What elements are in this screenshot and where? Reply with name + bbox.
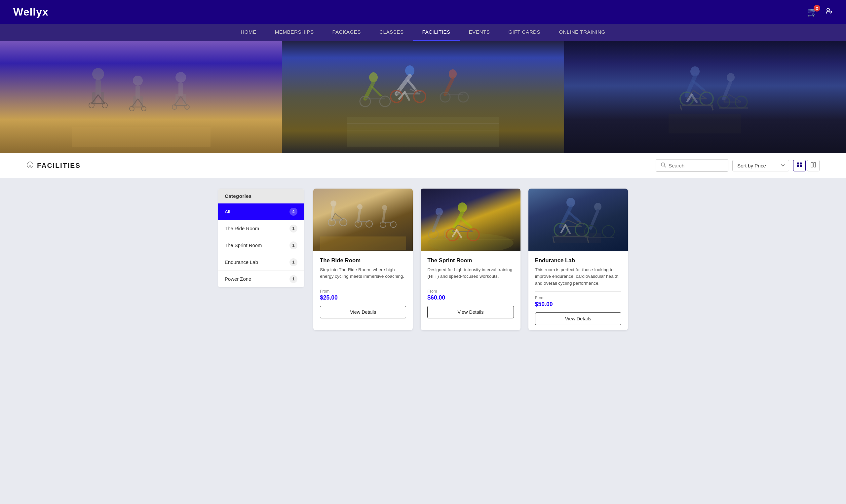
category-endurance-lab-label: Endurance Lab — [225, 259, 258, 265]
svg-line-61 — [680, 105, 682, 110]
svg-rect-83 — [800, 165, 802, 167]
card-desc-sprint-room: Designed for high-intensity interval tra… — [427, 267, 514, 280]
svg-line-131 — [553, 236, 554, 243]
category-endurance-lab-count: 1 — [289, 258, 297, 266]
categories-box: Categories All 4 The Ride Room 1 The Spr… — [218, 188, 304, 287]
sort-select[interactable]: Sort by Price Price: Low to High Price: … — [732, 160, 789, 172]
svg-rect-3 — [95, 80, 101, 95]
card-title-endurance-lab: Endurance Lab — [535, 257, 621, 264]
category-ride-room[interactable]: The Ride Room 1 — [218, 220, 304, 237]
facility-card-sprint-room: The Sprint Room Designed for high-intens… — [421, 188, 520, 330]
svg-line-101 — [383, 210, 385, 222]
nav-home[interactable]: HOME — [231, 24, 266, 41]
view-details-sprint-room[interactable]: View Details — [427, 306, 514, 318]
svg-rect-1 — [72, 127, 211, 147]
nav-classes[interactable]: CLASSES — [370, 24, 413, 41]
card-body-endurance-lab: Endurance Lab This room is perfect for t… — [528, 251, 628, 330]
nav-packages[interactable]: PACKAGES — [323, 24, 370, 41]
cart-badge: 2 — [814, 5, 820, 12]
cart-button[interactable]: 🛒 2 — [807, 7, 817, 17]
svg-line-124 — [569, 212, 580, 222]
svg-rect-85 — [814, 162, 816, 167]
svg-line-45 — [372, 87, 381, 95]
card-desc-ride-room: Step into The Ride Room, where high-ener… — [320, 267, 406, 280]
login-button[interactable] — [824, 6, 833, 18]
leaf-icon — [27, 161, 34, 170]
card-image-ride-room — [313, 188, 413, 251]
brand-logo: Wellyx — [13, 6, 49, 18]
categories-header: Categories — [218, 188, 304, 203]
svg-point-20 — [175, 72, 186, 83]
svg-point-53 — [458, 92, 468, 102]
main-content: Categories All 4 The Ride Room 1 The Spr… — [192, 178, 654, 341]
nav-online-training[interactable]: ONLINE TRAINING — [550, 24, 615, 41]
svg-rect-29 — [347, 117, 499, 147]
category-endurance-lab[interactable]: Endurance Lab 1 — [218, 254, 304, 271]
hero-panel-3 — [564, 41, 846, 153]
category-sprint-room-count: 1 — [289, 241, 297, 249]
svg-line-57 — [693, 81, 704, 90]
svg-line-118 — [433, 216, 439, 231]
facility-card-ride-room: The Ride Room Step into The Ride Room, w… — [313, 188, 413, 330]
card-title-ride-room: The Ride Room — [320, 257, 406, 264]
search-box — [656, 159, 728, 172]
hero-panel-1 — [0, 41, 282, 153]
svg-rect-21 — [178, 83, 183, 96]
svg-line-94 — [335, 213, 343, 220]
category-sprint-room[interactable]: The Sprint Room 1 — [218, 237, 304, 254]
hero-panel-2 — [282, 41, 564, 153]
grid-view-button[interactable] — [793, 160, 806, 172]
svg-line-79 — [664, 166, 666, 167]
card-body-sprint-room: The Sprint Room Designed for high-intens… — [421, 251, 520, 324]
search-icon — [660, 162, 666, 169]
category-all-count: 4 — [289, 208, 297, 216]
card-divider-2 — [427, 285, 514, 285]
site-header: Wellyx 🛒 2 — [0, 0, 846, 24]
category-power-zone[interactable]: Power Zone 1 — [218, 271, 304, 287]
category-all[interactable]: All 4 — [218, 203, 304, 220]
svg-rect-12 — [136, 86, 140, 99]
card-price-2: $60.00 — [427, 294, 514, 301]
header-icons: 🛒 2 — [807, 6, 833, 18]
card-title-sprint-room: The Sprint Room — [427, 257, 514, 264]
svg-point-105 — [428, 233, 514, 250]
hero-banner — [0, 41, 846, 153]
card-price-label-1: From — [320, 289, 406, 294]
svg-rect-82 — [797, 165, 799, 167]
svg-rect-81 — [800, 162, 802, 164]
category-power-zone-label: Power Zone — [225, 276, 251, 282]
card-body-ride-room: The Ride Room Step into The Ride Room, w… — [313, 251, 413, 324]
svg-point-40 — [414, 90, 426, 102]
facilities-controls: Sort by Price Price: Low to High Price: … — [656, 159, 819, 172]
facilities-bar: FACILITIES Sort by Price Price: Low to H… — [0, 153, 846, 178]
svg-line-109 — [460, 218, 471, 227]
card-price-1: $25.00 — [320, 294, 406, 301]
search-input[interactable] — [669, 163, 723, 168]
facility-card-endurance-lab: Endurance Lab This room is perfect for t… — [528, 188, 628, 330]
svg-point-0 — [827, 8, 829, 11]
nav-facilities[interactable]: FACILITIES — [413, 24, 460, 41]
facilities-title: FACILITIES — [27, 161, 81, 170]
card-image-endurance-lab — [528, 188, 628, 251]
card-price-label-3: From — [535, 295, 621, 300]
main-nav: HOME MEMBERSHIPS PACKAGES CLASSES FACILI… — [0, 24, 846, 41]
nav-memberships[interactable]: MEMBERSHIPS — [266, 24, 323, 41]
category-ride-room-label: The Ride Room — [225, 226, 259, 231]
card-image-sprint-room — [421, 188, 520, 251]
svg-rect-54 — [669, 114, 741, 133]
list-view-button[interactable] — [807, 160, 819, 172]
card-divider-1 — [320, 285, 406, 285]
svg-rect-86 — [320, 236, 406, 250]
category-power-zone-count: 1 — [289, 275, 297, 283]
svg-line-96 — [358, 210, 360, 222]
nav-events[interactable]: EVENTS — [460, 24, 499, 41]
card-price-3: $50.00 — [535, 301, 621, 308]
category-sprint-room-label: The Sprint Room — [225, 243, 262, 248]
facilities-cards-grid: The Ride Room Step into The Ride Room, w… — [313, 188, 628, 330]
view-details-endurance-lab[interactable]: View Details — [535, 312, 621, 325]
svg-point-2 — [92, 68, 104, 80]
nav-gift-cards[interactable]: GIFT CARDS — [499, 24, 550, 41]
view-details-ride-room[interactable]: View Details — [320, 306, 406, 318]
category-ride-room-count: 1 — [289, 224, 297, 233]
card-divider-3 — [535, 291, 621, 292]
